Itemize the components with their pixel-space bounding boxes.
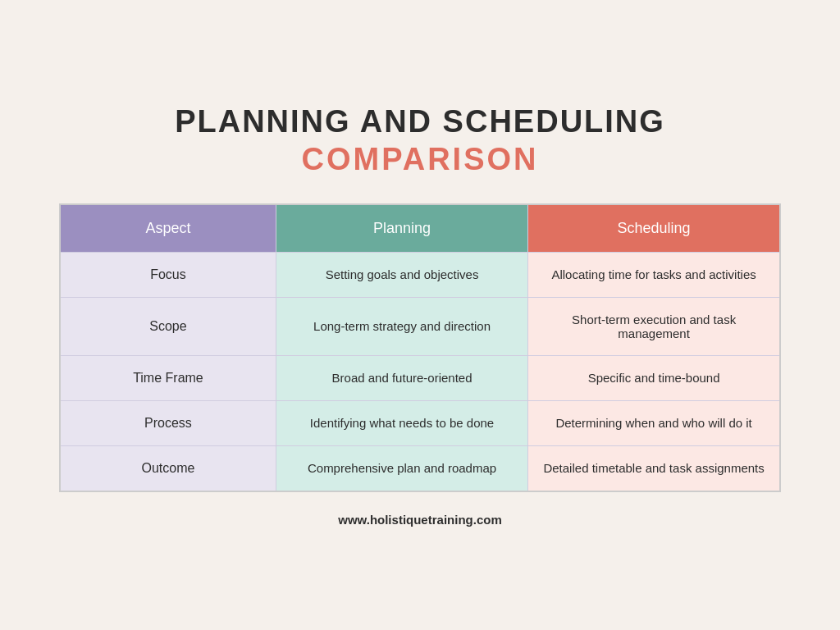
header-planning: Planning: [276, 204, 527, 253]
header-aspect: Aspect: [60, 204, 276, 253]
page-container: PLANNING AND SCHEDULING COMPARISON Aspec…: [26, 103, 814, 526]
cell-planning-0: Setting goals and objectives: [276, 252, 527, 297]
comparison-table: Aspect Planning Scheduling FocusSetting …: [59, 203, 781, 492]
cell-planning-2: Broad and future-oriented: [276, 355, 527, 400]
header-row: Aspect Planning Scheduling: [60, 204, 780, 253]
table-row: FocusSetting goals and objectivesAllocat…: [60, 252, 780, 297]
footer-url: www.holistiquetraining.com: [338, 513, 501, 527]
cell-aspect-0: Focus: [60, 252, 276, 297]
table-row: ProcessIdentifying what needs to be done…: [60, 400, 780, 445]
cell-scheduling-4: Detailed timetable and task assignments: [528, 445, 780, 491]
cell-scheduling-0: Allocating time for tasks and activities: [528, 252, 780, 297]
cell-scheduling-3: Determining when and who will do it: [528, 400, 780, 445]
cell-scheduling-1: Short-term execution and task management: [528, 297, 780, 355]
cell-aspect-1: Scope: [60, 297, 276, 355]
title-section: PLANNING AND SCHEDULING COMPARISON: [175, 103, 665, 178]
cell-planning-3: Identifying what needs to be done: [276, 400, 527, 445]
cell-aspect-3: Process: [60, 400, 276, 445]
table-body: FocusSetting goals and objectivesAllocat…: [60, 252, 780, 491]
main-title: PLANNING AND SCHEDULING: [175, 103, 665, 141]
cell-aspect-2: Time Frame: [60, 355, 276, 400]
cell-scheduling-2: Specific and time-bound: [528, 355, 780, 400]
table-row: Time FrameBroad and future-orientedSpeci…: [60, 355, 780, 400]
cell-planning-4: Comprehensive plan and roadmap: [276, 445, 527, 491]
sub-title: COMPARISON: [175, 141, 665, 179]
table-row: ScopeLong-term strategy and directionSho…: [60, 297, 780, 355]
cell-aspect-4: Outcome: [60, 445, 276, 491]
cell-planning-1: Long-term strategy and direction: [276, 297, 527, 355]
header-scheduling: Scheduling: [528, 204, 780, 253]
table-row: OutcomeComprehensive plan and roadmapDet…: [60, 445, 780, 491]
